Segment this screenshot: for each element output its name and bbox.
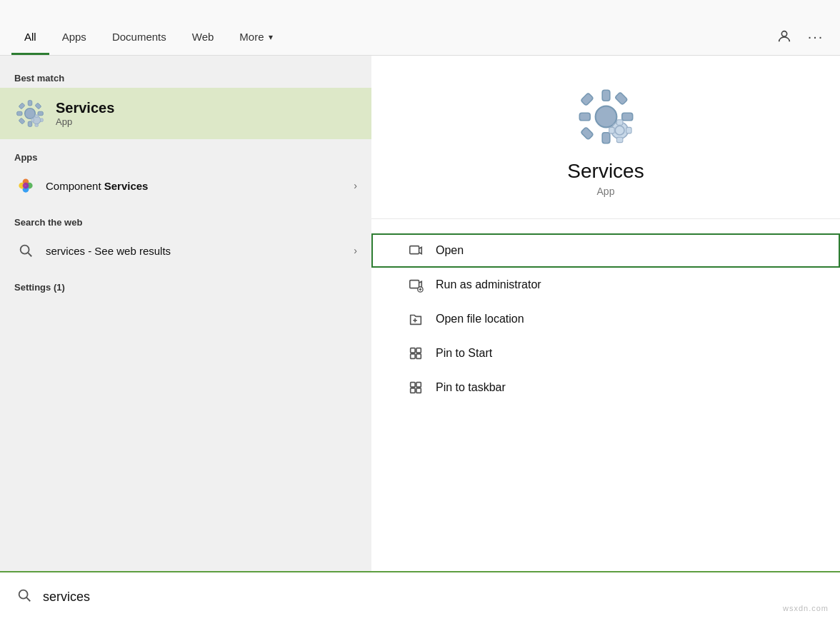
svg-rect-49 bbox=[416, 383, 421, 387]
svg-rect-2 bbox=[28, 101, 32, 106]
svg-point-52 bbox=[19, 590, 28, 598]
svg-rect-29 bbox=[580, 126, 593, 139]
tab-documents[interactable]: Documents bbox=[99, 21, 179, 55]
svg-rect-26 bbox=[621, 113, 632, 121]
pin-to-start-icon bbox=[407, 345, 424, 362]
search-web-text: services - See web results bbox=[46, 245, 345, 257]
right-panel: Services App Open bbox=[371, 56, 840, 571]
pin-to-start-action[interactable]: Pin to Start bbox=[371, 336, 840, 370]
app-name: Services bbox=[56, 100, 114, 116]
search-web-section: Search the web services - See web result… bbox=[0, 211, 371, 269]
chevron-down-icon: ▾ bbox=[269, 32, 273, 42]
search-arrow-icon: › bbox=[354, 245, 357, 256]
svg-rect-23 bbox=[602, 90, 610, 101]
svg-rect-28 bbox=[614, 91, 627, 104]
open-file-location-icon bbox=[407, 310, 424, 328]
arrow-icon: › bbox=[354, 180, 357, 191]
settings-section: Settings (1) bbox=[0, 276, 371, 297]
svg-rect-48 bbox=[411, 383, 415, 387]
search-bar-icon bbox=[14, 587, 34, 607]
svg-rect-33 bbox=[616, 137, 623, 142]
run-as-admin-icon bbox=[407, 276, 424, 293]
svg-rect-25 bbox=[579, 113, 590, 121]
open-file-location-label: Open file location bbox=[436, 313, 524, 325]
nav-right-actions: ··· bbox=[771, 24, 829, 55]
person-icon-button[interactable] bbox=[771, 24, 797, 49]
search-web-item[interactable]: services - See web results › bbox=[0, 232, 371, 269]
run-as-admin-label: Run as administrator bbox=[436, 278, 541, 291]
svg-rect-51 bbox=[416, 388, 421, 393]
svg-rect-8 bbox=[19, 118, 25, 124]
top-nav: All Apps Documents Web More ▾ ··· bbox=[0, 0, 840, 56]
svg-rect-38 bbox=[410, 281, 419, 288]
svg-rect-14 bbox=[41, 118, 44, 122]
pin-to-taskbar-icon bbox=[407, 379, 424, 396]
tab-apps[interactable]: Apps bbox=[49, 21, 99, 55]
left-panel: Best match bbox=[0, 56, 371, 571]
svg-point-36 bbox=[615, 126, 624, 135]
ellipsis-icon: ··· bbox=[808, 29, 824, 45]
apps-section: Apps Component Services › bbox=[0, 146, 371, 204]
run-as-admin-action[interactable]: Run as administrator bbox=[371, 268, 840, 302]
svg-rect-6 bbox=[19, 103, 25, 109]
svg-rect-47 bbox=[416, 354, 421, 358]
svg-rect-4 bbox=[17, 111, 22, 116]
open-action[interactable]: Open bbox=[371, 233, 840, 268]
best-match-text: Services App bbox=[56, 100, 114, 127]
open-icon bbox=[407, 242, 424, 259]
svg-rect-45 bbox=[416, 348, 421, 353]
app-type: App bbox=[56, 116, 114, 127]
app-detail-name: Services bbox=[567, 160, 644, 183]
best-match-label: Best match bbox=[0, 67, 371, 88]
tab-web[interactable]: Web bbox=[179, 21, 227, 55]
tab-more[interactable]: More ▾ bbox=[226, 21, 285, 55]
settings-label: Settings (1) bbox=[0, 276, 371, 297]
apps-label: Apps bbox=[0, 146, 371, 167]
open-file-location-action[interactable]: Open file location bbox=[371, 302, 840, 336]
svg-rect-3 bbox=[28, 121, 32, 126]
app-detail-type: App bbox=[597, 186, 615, 197]
app-detail-icon bbox=[574, 84, 638, 148]
pin-to-taskbar-label: Pin to taskbar bbox=[436, 381, 506, 394]
svg-rect-50 bbox=[411, 388, 415, 393]
svg-rect-44 bbox=[411, 348, 415, 353]
services-app-icon bbox=[14, 98, 46, 129]
search-web-label: Search the web bbox=[0, 211, 371, 232]
svg-point-20 bbox=[21, 246, 29, 254]
tab-all[interactable]: All bbox=[11, 21, 49, 55]
svg-line-53 bbox=[26, 597, 30, 601]
svg-rect-37 bbox=[410, 246, 419, 254]
svg-line-21 bbox=[28, 253, 31, 256]
svg-rect-24 bbox=[602, 132, 610, 143]
best-match-item[interactable]: Services App bbox=[0, 88, 371, 139]
component-services-item[interactable]: Component Services › bbox=[0, 167, 371, 204]
search-icon bbox=[14, 239, 37, 262]
svg-rect-34 bbox=[609, 127, 614, 133]
pin-to-start-label: Pin to Start bbox=[436, 347, 492, 360]
svg-rect-13 bbox=[31, 118, 34, 122]
pin-to-taskbar-action[interactable]: Pin to taskbar bbox=[371, 370, 840, 405]
svg-point-19 bbox=[23, 183, 29, 189]
component-services-text: Component Services bbox=[46, 180, 345, 192]
svg-rect-12 bbox=[35, 124, 39, 127]
svg-rect-35 bbox=[626, 127, 631, 133]
person-icon bbox=[776, 29, 792, 44]
watermark: wsxdn.com bbox=[783, 604, 829, 612]
component-services-icon bbox=[14, 174, 37, 197]
more-options-button[interactable]: ··· bbox=[803, 24, 829, 49]
bottom-search-bar bbox=[0, 571, 840, 621]
svg-rect-7 bbox=[35, 103, 41, 109]
gear-icon-small bbox=[14, 98, 46, 129]
svg-rect-5 bbox=[38, 111, 43, 116]
app-detail-top: Services App bbox=[371, 56, 840, 219]
search-input[interactable] bbox=[43, 590, 826, 605]
svg-point-0 bbox=[781, 31, 786, 36]
svg-rect-11 bbox=[35, 115, 39, 118]
svg-rect-46 bbox=[411, 354, 415, 358]
svg-rect-32 bbox=[616, 119, 623, 124]
open-label: Open bbox=[436, 244, 464, 257]
action-list: Open Run as administrator bbox=[371, 219, 840, 419]
main-layout: Best match bbox=[0, 56, 840, 571]
gear-large-icon bbox=[576, 86, 636, 147]
svg-rect-27 bbox=[580, 93, 593, 106]
